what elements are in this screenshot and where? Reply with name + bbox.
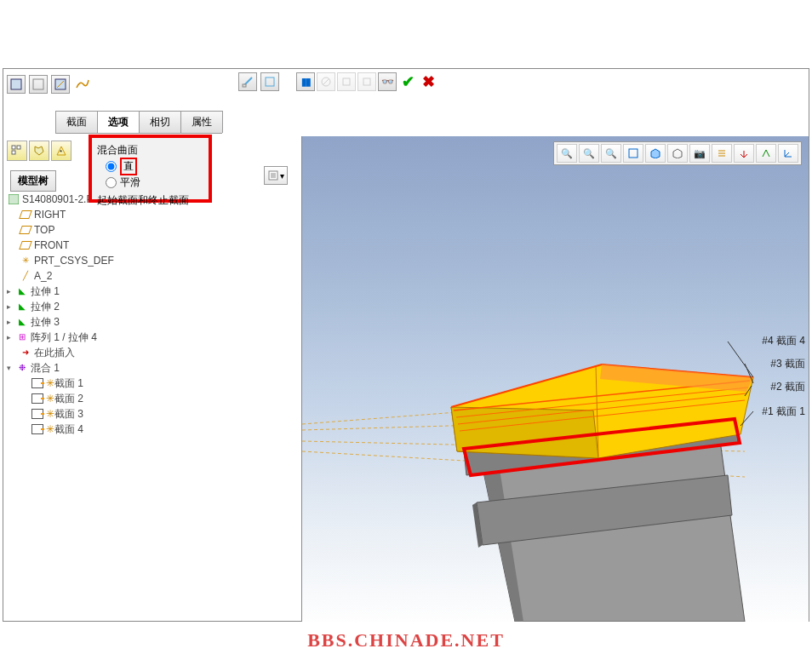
tree-view-2[interactable] [29,141,49,161]
plane-tool-2[interactable] [260,72,279,91]
plane-tool-1[interactable] [238,72,257,91]
svg-rect-3 [243,84,246,87]
tree-item[interactable]: RIGHT [34,207,66,222]
disabled-1 [317,72,335,91]
svg-rect-4 [266,77,274,86]
svg-rect-0 [11,79,21,89]
option-straight-label: 直 [120,158,137,175]
tab-options[interactable]: 选项 [97,111,140,133]
3d-viewport[interactable]: 🔍 🔍 🔍 📷 [301,136,809,622]
tree-item[interactable]: A_2 [34,268,52,284]
tool-btn-1[interactable] [7,75,26,94]
svg-rect-7 [363,78,370,85]
tab-tangent[interactable]: 相切 [139,111,181,133]
tree-item[interactable]: PRT_CSYS_DEF [34,253,114,268]
tool-btn-3[interactable] [51,75,70,94]
svg-rect-8 [12,146,15,149]
tab-properties[interactable]: 属性 [180,111,223,133]
main-toolbar [7,72,92,96]
tree-item[interactable]: 拉伸 3 [31,314,60,330]
model-tree[interactable]: S14080901-2.PR RIGHT TOP FRONT ✳PRT_CSYS… [7,192,211,437]
options-title: 混合曲面 [97,143,203,158]
toolbar-right: ▮▮ 👓 ✔ ✖ [296,72,437,91]
tree-section[interactable]: 截面 4 [54,422,83,437]
disabled-2 [337,72,356,91]
tree-item[interactable]: 混合 1 [31,360,60,376]
section-label-3: #3 截面 [770,357,805,371]
section-label-4: #4 截面 4 [762,334,805,348]
settings-dropdown[interactable]: ▾ [264,166,288,185]
glasses-icon[interactable]: 👓 [378,72,397,91]
disabled-3 [357,72,376,91]
model-geometry [302,136,809,622]
tree-toolbar: * [7,141,71,161]
svg-line-24 [728,341,753,377]
model-tree-header[interactable]: 模型树 [10,170,56,192]
radio-smooth[interactable] [106,177,117,188]
svg-rect-1 [33,79,43,89]
svg-text:*: * [60,148,62,156]
svg-rect-10 [12,151,15,154]
section-label-2: #2 截面 [770,380,805,394]
toolbar-middle [238,72,279,91]
tab-section[interactable]: 截面 [55,111,98,133]
tree-section[interactable]: 截面 3 [54,406,83,422]
svg-rect-13 [9,194,19,204]
section-label-1: #1 截面 1 [762,405,805,419]
tree-item[interactable]: 拉伸 2 [31,299,60,314]
blend-options-panel: 混合曲面 直 平滑 起始截面和终止截面 [89,135,212,203]
tool-btn-2[interactable] [29,75,48,94]
tree-item[interactable]: TOP [34,222,54,238]
pause-button[interactable]: ▮▮ [296,72,315,91]
curve-icon[interactable] [73,75,92,94]
tree-view-1[interactable] [7,141,27,161]
confirm-button[interactable]: ✔ [398,72,417,91]
option-smooth-label: 平滑 [120,175,140,190]
tree-section[interactable]: 截面 2 [54,391,83,406]
tree-item[interactable]: 拉伸 1 [31,284,60,299]
tree-item[interactable]: FRONT [34,238,69,253]
watermark: BBS.CHINADE.NET [0,629,812,651]
svg-rect-9 [17,146,20,149]
options-footer: 起始截面和终止截面 [97,193,203,208]
svg-rect-6 [343,78,350,85]
tree-item[interactable]: 在此插入 [34,345,75,360]
tree-view-3[interactable]: * [51,141,71,161]
tree-section[interactable]: 截面 1 [54,376,83,391]
cancel-button[interactable]: ✖ [419,72,437,91]
radio-straight[interactable] [106,161,117,172]
feature-tabs: 截面 选项 相切 属性 [55,111,222,134]
tree-item[interactable]: 阵列 1 / 拉伸 4 [31,330,97,345]
